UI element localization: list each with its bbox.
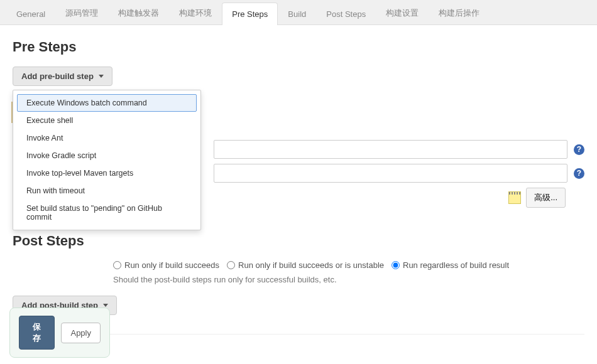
add-pre-build-step-button[interactable]: Add pre-build step <box>13 67 112 86</box>
tab-pre-steps[interactable]: Pre Steps <box>222 3 278 25</box>
dropdown-item-invoke-ant[interactable]: Invoke Ant <box>17 129 197 147</box>
add-pre-build-step-label: Add pre-build step <box>21 72 94 81</box>
footer-actions: 保存 Apply <box>9 308 110 358</box>
post-steps-title: Post Steps <box>13 233 584 249</box>
dropdown-item-invoke-gradle[interactable]: Invoke Gradle script <box>17 147 197 164</box>
dropdown-item-github-pending[interactable]: Set build status to "pending" on GitHub … <box>17 200 197 226</box>
dropdown-item-run-timeout[interactable]: Run with timeout <box>17 182 197 200</box>
tab-build-settings[interactable]: 构建设置 <box>376 1 429 25</box>
tab-post-steps[interactable]: Post Steps <box>316 3 376 25</box>
notepad-icon <box>508 191 521 204</box>
config-tabs: General 源码管理 构建触发器 构建环境 Pre Steps Build … <box>0 0 597 25</box>
help-icon[interactable]: ? <box>574 144 584 155</box>
radio-input-unstable[interactable] <box>227 261 235 269</box>
advanced-button[interactable]: 高级... <box>526 188 566 208</box>
tab-general[interactable]: General <box>6 3 55 25</box>
pre-steps-title: Pre Steps <box>13 39 584 55</box>
apply-button[interactable]: Apply <box>61 323 101 343</box>
tab-build[interactable]: Build <box>278 3 316 25</box>
tab-env[interactable]: 构建环境 <box>169 1 222 25</box>
radio-input-succeeds[interactable] <box>113 261 121 269</box>
dropdown-item-exec-shell[interactable]: Execute shell <box>17 112 197 129</box>
dropdown-item-exec-windows-batch[interactable]: Execute Windows batch command <box>17 94 197 112</box>
post-steps-radio-group: Run only if build succeeds Run only if b… <box>113 260 584 270</box>
caret-down-icon <box>99 75 104 78</box>
help-icon[interactable]: ? <box>574 168 584 179</box>
post-steps-description: Should the post-build steps run only for… <box>113 275 584 284</box>
dropdown-item-invoke-maven[interactable]: Invoke top-level Maven targets <box>17 164 197 182</box>
caret-down-icon <box>103 304 108 307</box>
radio-run-regardless[interactable]: Run regardless of build result <box>392 260 509 270</box>
build-field-2[interactable] <box>214 164 567 183</box>
radio-run-if-succeeds-unstable[interactable]: Run only if build succeeds or is unstabl… <box>227 260 384 270</box>
pre-build-step-dropdown: Execute Windows batch command Execute sh… <box>13 90 201 230</box>
save-button[interactable]: 保存 <box>19 316 55 350</box>
tab-triggers[interactable]: 构建触发器 <box>108 1 169 25</box>
build-field-1[interactable] <box>214 140 567 159</box>
radio-run-if-succeeds[interactable]: Run only if build succeeds <box>113 260 219 270</box>
tab-post-build[interactable]: 构建后操作 <box>429 1 490 25</box>
tab-scm[interactable]: 源码管理 <box>55 1 108 25</box>
radio-input-regardless[interactable] <box>392 261 400 269</box>
